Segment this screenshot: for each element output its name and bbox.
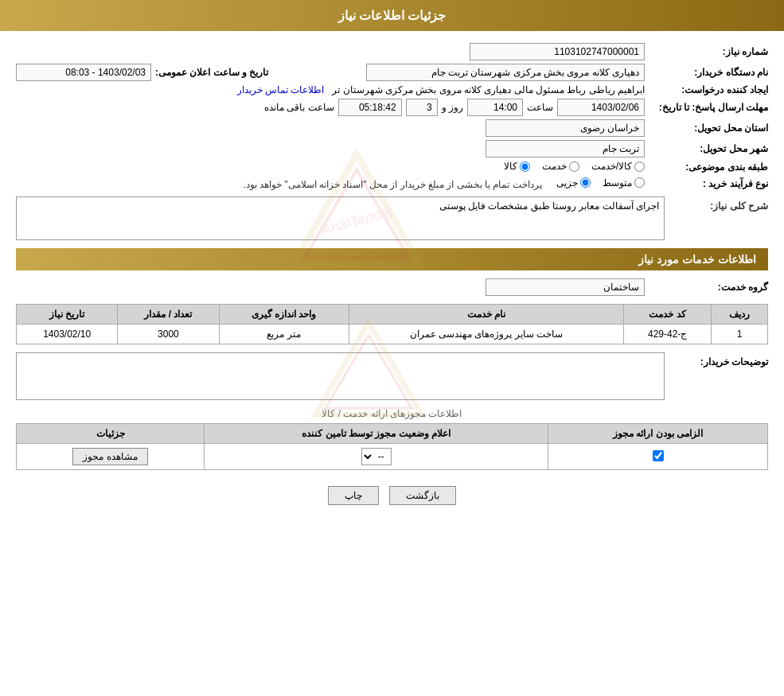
purchase-type-label: نوع فرآیند خرید : [645,178,768,189]
need-number-label: شماره نیاز: [645,46,768,57]
col-row-num: ردیف [711,305,767,325]
city-label: شهر محل تحویل: [645,143,768,154]
service-group-row: گروه خدمت: [16,278,768,296]
cell-required [548,444,768,470]
province-row: استان محل تحویل: [16,119,768,137]
col-need-date: تاریخ نیاز [17,305,118,325]
category-value: کالا/خدمت خدمت کالا [16,161,645,174]
services-table-header-row: ردیف کد خدمت نام خدمت واحد اندازه گیری ت… [17,305,768,325]
need-desc-content: AnaITender اجرای آسفالت معابر روستا طبق … [16,196,665,240]
licenses-title: اطلاعات مجوزهای ارائه خدمت / کالا [16,408,768,419]
back-button[interactable]: بازگشت [389,486,456,505]
col-required: الزامی بودن ارائه مجوز [548,424,768,444]
cell-details: مشاهده مجوز [17,444,205,470]
day-label: روز و [442,102,463,113]
category-kala-radio[interactable] [520,161,530,172]
page-wrapper: جزئیات اطلاعات نیاز شماره نیاز: نام دستگ… [0,0,784,696]
service-group-label: گروه خدمت: [645,282,768,293]
city-row: شهر محل تحویل: [16,140,768,157]
licenses-table: الزامی بودن ارائه مجوز اعلام وضعیت مجوز … [16,423,768,470]
view-license-button[interactable]: مشاهده مجوز [72,448,147,465]
cell-supplier-status: -- [205,444,548,470]
purchase-motavaset-option[interactable]: متوسط [603,177,645,189]
col-supplier-status: اعلام وضعیت مجوز توسط تامین کننده [205,424,548,444]
need-number-row: شماره نیاز: [16,43,768,60]
buyer-label: نام دستگاه خریدار: [645,67,768,78]
need-desc-text: اجرای آسفالت معابر روستا طبق مشخصات فایل… [439,200,659,212]
main-content: شماره نیاز: نام دستگاه خریدار: تاریخ و س… [0,43,784,505]
purchase-jozyi-label: جزیی [556,177,578,189]
col-service-code: کد خدمت [624,305,712,325]
requester-row: ایجاد کننده درخواست: ابراهیم ریاطی رباط … [16,84,768,95]
purchase-motavaset-label: متوسط [603,177,632,189]
services-section-label: اطلاعات خدمات مورد نیاز [638,253,756,266]
cell-service-code: ج-42-429 [624,325,712,344]
supplier-status-select[interactable]: -- [361,448,392,465]
table-row: 1 ج-42-429 ساخت سایر پروژه‌های مهندسی عم… [17,325,768,344]
requester-name: ابراهیم ریاطی رباط مسئول مالی دهیاری کلا… [332,84,645,95]
service-group-value [16,278,645,296]
purchase-motavaset-radio[interactable] [634,177,645,188]
service-group-input [486,278,645,296]
cell-service-name: ساخت سایر پروژه‌های مهندسی عمران [349,325,624,344]
footer-buttons: بازگشت چاپ [16,486,768,505]
purchase-type-row: نوع فرآیند خرید : متوسط جزیی پرداخت تمام… [16,177,768,191]
remaining-label: ساعت باقی مانده [264,102,334,113]
licenses-title-text: اطلاعات مجوزهای ارائه خدمت / کالا [322,408,462,419]
category-khadamat-radio[interactable] [569,161,579,172]
purchase-type-value: متوسط جزیی پرداخت تمام یا بخشی از مبلغ خ… [16,177,645,191]
list-item: -- مشاهده مجوز [17,444,768,470]
response-deadline-value: ساعت روز و ساعت باقی مانده [16,99,645,116]
city-value [16,140,645,157]
cell-row-num: 1 [711,325,767,344]
print-button[interactable]: چاپ [328,486,379,505]
services-table: ردیف کد خدمت نام خدمت واحد اندازه گیری ت… [16,304,768,344]
cell-unit-measure: متر مربع [219,325,349,344]
col-unit-measure: واحد اندازه گیری [219,305,349,325]
col-details: جزئیات [17,424,205,444]
buyer-announce-row: نام دستگاه خریدار: تاریخ و ساعت اعلان عم… [16,64,768,81]
response-date-input [557,99,645,116]
buyer-notes-label: توضیحات خریدار: [673,352,768,367]
province-value [16,119,645,137]
province-label: استان محل تحویل: [645,122,768,134]
cell-need-date: 1403/02/10 [17,325,118,344]
col-quantity: تعداد / مقدار [118,305,219,325]
purchase-jozyi-radio[interactable] [580,177,591,188]
category-kala-khadamat-option[interactable]: کالا/خدمت [591,161,645,172]
services-section-header: اطلاعات خدمات مورد نیاز [16,248,768,270]
required-checkbox[interactable] [653,450,664,461]
need-desc-label: شرح کلی نیاز: [673,196,768,212]
category-kala-option[interactable]: کالا [504,161,530,172]
city-input [486,140,645,157]
category-khadamat-label: خدمت [542,161,567,172]
response-remaining-input [338,99,402,116]
svg-text:AnaITender: AnaITender [319,203,394,237]
category-label: طبقه بندی موضوعی: [645,161,768,173]
response-time-input [467,99,523,116]
purchase-jozyi-option[interactable]: جزیی [556,177,591,189]
requester-label: ایجاد کننده درخواست: [645,84,768,95]
licenses-header-row: الزامی بودن ارائه مجوز اعلام وضعیت مجوز … [17,424,768,444]
response-deadline-row: مهلت ارسال پاسخ: تا تاریخ: ساعت روز و سا… [16,99,768,116]
requester-link[interactable]: اطلاعات تماس خریدار [237,84,325,95]
buyer-input [366,64,645,81]
requester-value: ابراهیم ریاطی رباط مسئول مالی دهیاری کلا… [16,84,645,95]
buyer-value [284,64,645,81]
response-days-input [406,99,438,116]
need-number-input [470,43,645,60]
need-number-value [16,43,645,60]
category-kala-khadamat-radio[interactable] [634,161,645,172]
category-kala-khadamat-label: کالا/خدمت [591,161,632,172]
response-deadline-label: مهلت ارسال پاسخ: تا تاریخ: [645,102,768,113]
announce-date-label: تاریخ و ساعت اعلان عمومی: [155,67,268,78]
purchase-description: پرداخت تمام یا بخشی از مبلغ خریدار از مح… [243,179,541,190]
category-khadamat-option[interactable]: خدمت [542,161,579,172]
announce-date-input [16,64,151,81]
cell-quantity: 3000 [118,325,219,344]
category-kala-label: کالا [504,161,517,172]
col-service-name: نام خدمت [349,305,624,325]
page-header: جزئیات اطلاعات نیاز [0,0,784,31]
province-input [486,119,645,137]
buyer-notes-section: توضیحات خریدار: [16,352,768,400]
